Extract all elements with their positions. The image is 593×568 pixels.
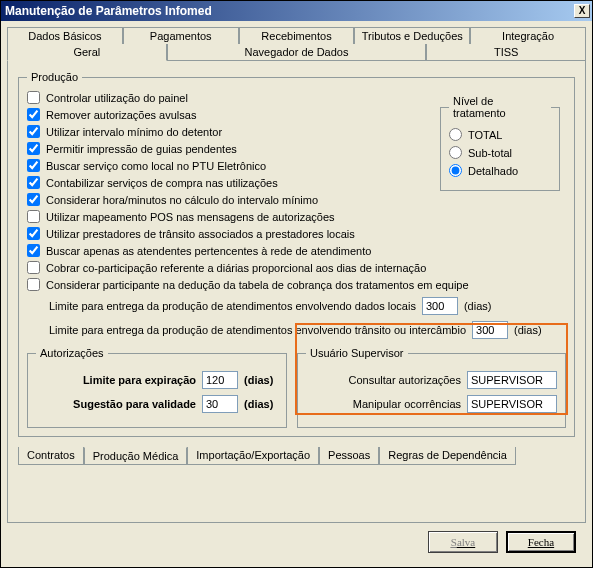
- row-expira: Limite para expiração (dias): [36, 371, 278, 389]
- legend-supervisor: Usuário Supervisor: [306, 347, 408, 359]
- unit-expira: (dias): [244, 374, 278, 386]
- input-manipular[interactable]: [467, 395, 557, 413]
- checkbox-3[interactable]: [27, 142, 40, 155]
- radio-row: Detalhado: [449, 164, 551, 177]
- footer: Salva Fecha: [7, 523, 586, 561]
- input-expira[interactable]: [202, 371, 238, 389]
- checkbox-label: Remover autorizações avulsas: [46, 109, 196, 121]
- checkbox-label: Utilizar intervalo mínimo do detentor: [46, 126, 222, 138]
- tab-dados-basicos[interactable]: Dados Básicos: [7, 27, 123, 44]
- checkbox-label: Cobrar co-participação referente a diári…: [46, 262, 426, 274]
- unit-limit-locais: (dias): [464, 300, 492, 312]
- radio-0[interactable]: [449, 128, 462, 141]
- close-button[interactable]: Fecha: [506, 531, 576, 553]
- label-limit-locais: Limite para entrega da produção de atend…: [49, 300, 416, 312]
- window-title: Manutenção de Parâmetros Infomed: [5, 4, 212, 18]
- checkbox-label: Considerar hora/minutos no cálculo do in…: [46, 194, 318, 206]
- label-validade: Sugestão para validade: [36, 398, 196, 410]
- input-validade[interactable]: [202, 395, 238, 413]
- check-row: Considerar hora/minutos no cálculo do in…: [27, 193, 566, 206]
- window: Manutenção de Parâmetros Infomed X Dados…: [0, 0, 593, 568]
- tab-tributos[interactable]: Tributos e Deduções: [354, 27, 470, 44]
- save-button[interactable]: Salva: [428, 531, 498, 553]
- checkbox-5[interactable]: [27, 176, 40, 189]
- unit-validade: (dias): [244, 398, 278, 410]
- radio-label: Sub-total: [468, 147, 512, 159]
- tab-navegador[interactable]: Navegador de Dados: [167, 44, 427, 61]
- checkbox-7[interactable]: [27, 210, 40, 223]
- check-row: Considerar participante na dedução da ta…: [27, 278, 566, 291]
- input-consultar[interactable]: [467, 371, 557, 389]
- legend-autorizacoes: Autorizações: [36, 347, 108, 359]
- group-supervisor: Usuário Supervisor Consultar autorizaçõe…: [297, 347, 566, 428]
- checkbox-label: Controlar utilização do painel: [46, 92, 188, 104]
- tabrow-bottom: Contratos Produção Médica Importação/Exp…: [18, 447, 575, 465]
- client-area: Dados Básicos Pagamentos Recebimentos Tr…: [1, 21, 592, 567]
- checkbox-6[interactable]: [27, 193, 40, 206]
- tab-integracao[interactable]: Integração: [470, 27, 586, 44]
- checkbox-label: Utilizar prestadores de trânsito associa…: [46, 228, 355, 240]
- radio-list: TOTALSub-totalDetalhado: [449, 128, 551, 177]
- row-consultar: Consultar autorizações: [306, 371, 557, 389]
- checkbox-1[interactable]: [27, 108, 40, 121]
- group-nivel: Nível de tratamento TOTALSub-totalDetalh…: [440, 95, 560, 191]
- checkbox-10[interactable]: [27, 261, 40, 274]
- group-autorizacoes: Autorizações Limite para expiração (dias…: [27, 347, 287, 428]
- checkbox-label: Contabilizar serviços de compra nas util…: [46, 177, 278, 189]
- label-consultar: Consultar autorizações: [306, 374, 461, 386]
- tab-page-geral: Produção Controlar utilização do painelR…: [7, 60, 586, 523]
- btab-regras[interactable]: Regras de Dependência: [379, 447, 516, 465]
- row-limit-transito: Limite para entrega da produção de atend…: [49, 321, 566, 339]
- legend-nivel: Nível de tratamento: [449, 95, 551, 119]
- btab-contratos[interactable]: Contratos: [18, 447, 84, 465]
- tabrow-top-1: Dados Básicos Pagamentos Recebimentos Tr…: [7, 27, 586, 44]
- group-producao: Produção Controlar utilização do painelR…: [18, 71, 575, 437]
- radio-1[interactable]: [449, 146, 462, 159]
- btab-producao-medica[interactable]: Produção Médica: [84, 447, 188, 465]
- check-row: Utilizar mapeamento POS nas mensagens de…: [27, 210, 566, 223]
- radio-2[interactable]: [449, 164, 462, 177]
- tab-recebimentos[interactable]: Recebimentos: [239, 27, 355, 44]
- titlebar: Manutenção de Parâmetros Infomed X: [1, 1, 592, 21]
- unit-limit-transito: (dias): [514, 324, 542, 336]
- radio-label: TOTAL: [468, 129, 502, 141]
- tab-pagamentos[interactable]: Pagamentos: [123, 27, 239, 44]
- checkbox-label: Utilizar mapeamento POS nas mensagens de…: [46, 211, 335, 223]
- label-expira: Limite para expiração: [36, 374, 196, 386]
- row-validade: Sugestão para validade (dias): [36, 395, 278, 413]
- label-manipular: Manipular ocorrências: [306, 398, 461, 410]
- btab-importacao[interactable]: Importação/Exportação: [187, 447, 319, 465]
- checkbox-label: Permitir impressão de guias pendentes: [46, 143, 237, 155]
- checkbox-0[interactable]: [27, 91, 40, 104]
- checkbox-label: Considerar participante na dedução da ta…: [46, 279, 469, 291]
- check-row: Buscar apenas as atendentes pertencentes…: [27, 244, 566, 257]
- radio-row: TOTAL: [449, 128, 551, 141]
- radio-label: Detalhado: [468, 165, 518, 177]
- row-limit-locais: Limite para entrega da produção de atend…: [49, 297, 566, 315]
- checkbox-2[interactable]: [27, 125, 40, 138]
- input-limit-transito[interactable]: [472, 321, 508, 339]
- tab-geral[interactable]: Geral: [7, 44, 167, 61]
- close-icon[interactable]: X: [574, 4, 590, 18]
- checkbox-label: Buscar serviço como local no PTU Eletrôn…: [46, 160, 266, 172]
- checkbox-label: Buscar apenas as atendentes pertencentes…: [46, 245, 371, 257]
- input-limit-locais[interactable]: [422, 297, 458, 315]
- row-manipular: Manipular ocorrências: [306, 395, 557, 413]
- legend-producao: Produção: [27, 71, 82, 83]
- checkbox-8[interactable]: [27, 227, 40, 240]
- check-row: Cobrar co-participação referente a diári…: [27, 261, 566, 274]
- checkbox-4[interactable]: [27, 159, 40, 172]
- tab-tiss[interactable]: TISS: [426, 44, 586, 61]
- checkbox-11[interactable]: [27, 278, 40, 291]
- check-row: Utilizar prestadores de trânsito associa…: [27, 227, 566, 240]
- tabrow-top-2: Geral Navegador de Dados TISS: [7, 44, 586, 61]
- btab-pessoas[interactable]: Pessoas: [319, 447, 379, 465]
- radio-row: Sub-total: [449, 146, 551, 159]
- checkbox-9[interactable]: [27, 244, 40, 257]
- row-auth-super: Autorizações Limite para expiração (dias…: [27, 347, 566, 428]
- label-limit-transito: Limite para entrega da produção de atend…: [49, 324, 466, 336]
